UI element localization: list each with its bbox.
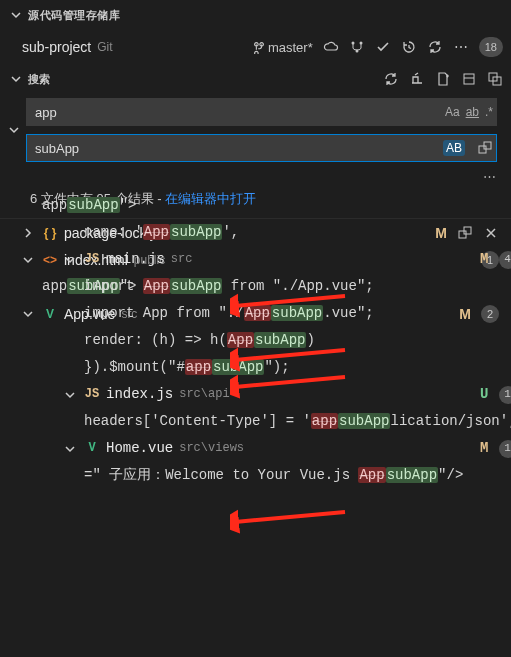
diff-del: App bbox=[227, 332, 254, 348]
scm-count-badge: 18 bbox=[479, 37, 503, 57]
search-input[interactable] bbox=[26, 98, 497, 126]
scm-panel-title: 源代码管理存储库 bbox=[28, 8, 120, 23]
clear-icon[interactable] bbox=[409, 71, 425, 87]
file-name: Home.vue bbox=[106, 435, 173, 462]
chevron-down-icon[interactable] bbox=[62, 252, 78, 268]
diff-del: App bbox=[143, 224, 170, 240]
match-row[interactable]: import App from "./AppsubApp.vue"; bbox=[42, 300, 511, 327]
branch-name: master* bbox=[268, 40, 313, 55]
match-case-toggle[interactable]: Aa bbox=[445, 105, 460, 119]
file-status: M bbox=[480, 246, 488, 273]
refresh-icon[interactable] bbox=[383, 71, 399, 87]
repo-name[interactable]: sub-project bbox=[22, 39, 91, 55]
file-path: src bbox=[171, 246, 193, 273]
expand-icon[interactable] bbox=[487, 71, 503, 87]
search-results-tree: { } package-lock.json M <> index.html pu… bbox=[0, 219, 511, 354]
file-type-icon: JS bbox=[84, 252, 100, 268]
diff-add: subApp bbox=[386, 467, 438, 483]
diff-del: App bbox=[358, 467, 385, 483]
file-row[interactable]: V Home.vue src\views M1 bbox=[42, 435, 511, 462]
search-panel-title: 搜索 bbox=[28, 72, 50, 87]
file-status: U bbox=[480, 381, 488, 408]
match-row[interactable]: appsubApp">name: 'AppsubApp', JS main.js… bbox=[0, 327, 511, 354]
replace-all-icon[interactable] bbox=[477, 140, 493, 156]
file-type-icon: V bbox=[84, 441, 100, 457]
match-row[interactable]: name: 'AppsubApp', bbox=[42, 219, 511, 246]
more-icon[interactable]: ⋯ bbox=[453, 39, 469, 55]
refresh-icon[interactable] bbox=[427, 39, 443, 55]
diff-add: subApp bbox=[67, 197, 119, 213]
chevron-down-icon[interactable] bbox=[62, 441, 78, 457]
diff-add: subApp bbox=[212, 359, 264, 375]
chevron-down-icon[interactable] bbox=[62, 387, 78, 403]
match-count-badge: 4 bbox=[499, 251, 511, 269]
match-row[interactable]: }).$mount("#appsubApp"); bbox=[42, 354, 511, 381]
diff-del: App bbox=[244, 305, 271, 321]
file-row[interactable]: JS main.js src M4 bbox=[42, 246, 511, 273]
code-line: import AppsubApp from "./App.vue"; bbox=[84, 273, 374, 300]
vcs-label: Git bbox=[97, 40, 112, 54]
match-row[interactable]: =" 子应用：Welcome to Your Vue.js AppsubApp"… bbox=[42, 462, 511, 489]
match-row[interactable]: headers['Content-Type'] = 'appsubApplica… bbox=[42, 408, 511, 435]
chevron-down-icon[interactable] bbox=[6, 122, 22, 138]
file-path: src\api bbox=[179, 381, 229, 408]
match-row[interactable]: render: (h) => h(AppsubApp) bbox=[42, 327, 511, 354]
regex-toggle[interactable]: .* bbox=[485, 105, 493, 119]
branch-icon[interactable]: master* bbox=[252, 39, 313, 55]
file-name: index.js bbox=[106, 381, 173, 408]
match-word-toggle[interactable]: ab bbox=[466, 105, 479, 119]
match-row[interactable]: import AppsubApp from "./App.vue"; bbox=[42, 273, 511, 300]
diff-del: appsubApp"> bbox=[42, 192, 511, 219]
code-line: }).$mount("#appsubApp"); bbox=[84, 354, 290, 381]
collapse-icon[interactable] bbox=[461, 71, 477, 87]
code-line: render: (h) => h(AppsubApp) bbox=[84, 327, 315, 354]
svg-rect-3 bbox=[464, 74, 474, 84]
file-status: M bbox=[480, 435, 488, 462]
chevron-down-icon[interactable] bbox=[20, 306, 36, 322]
replace-input[interactable] bbox=[26, 134, 497, 162]
code-line: =" 子应用：Welcome to Your Vue.js AppsubApp"… bbox=[84, 462, 463, 489]
file-name: main.js bbox=[106, 246, 165, 273]
annotation-arrow bbox=[230, 507, 350, 537]
diff-del: app bbox=[185, 359, 212, 375]
file-type-icon: JS bbox=[84, 387, 100, 403]
code-line: name: 'AppsubApp', bbox=[84, 219, 239, 246]
code-line: headers['Content-Type'] = 'appsubApplica… bbox=[84, 408, 511, 435]
match-count-badge: 1 bbox=[499, 440, 511, 458]
chevron-right-icon[interactable] bbox=[20, 225, 36, 241]
code-line: import App from "./AppsubApp.vue"; bbox=[84, 300, 374, 327]
diff-del: App bbox=[143, 278, 170, 294]
chevron-down-icon[interactable] bbox=[20, 252, 36, 268]
chevron-down-icon[interactable] bbox=[8, 7, 24, 23]
diff-del: app bbox=[311, 413, 338, 429]
preserve-case-toggle[interactable]: AB bbox=[443, 140, 465, 156]
history-icon[interactable] bbox=[401, 39, 417, 55]
match-count-badge: 1 bbox=[499, 386, 511, 404]
svg-line-13 bbox=[235, 512, 345, 522]
diff-add: subApp bbox=[338, 413, 390, 429]
more-icon[interactable]: ⋯ bbox=[481, 168, 497, 184]
check-icon[interactable] bbox=[375, 39, 391, 55]
cloud-icon[interactable] bbox=[323, 39, 339, 55]
file-row[interactable]: JS index.js src\api U1 bbox=[42, 381, 511, 408]
new-file-icon[interactable] bbox=[435, 71, 451, 87]
diff-add: subApp bbox=[271, 305, 323, 321]
diff-add: subApp bbox=[170, 224, 222, 240]
file-path: src\views bbox=[179, 435, 244, 462]
chevron-down-icon[interactable] bbox=[8, 71, 24, 87]
graph-icon[interactable] bbox=[349, 39, 365, 55]
diff-add: subApp bbox=[254, 332, 306, 348]
diff-add: subApp bbox=[170, 278, 222, 294]
code-line: appsubApp">name: 'AppsubApp', JS main.js… bbox=[42, 192, 511, 489]
